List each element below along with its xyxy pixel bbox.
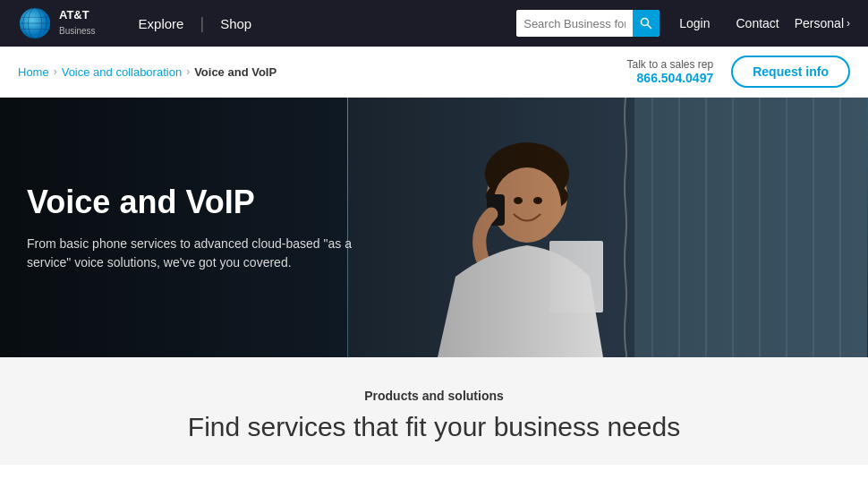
logo[interactable]: AT&T Business <box>18 6 96 40</box>
search-box <box>516 10 660 37</box>
search-icon <box>640 17 652 30</box>
contact-link[interactable]: Contact <box>725 16 789 30</box>
svg-line-7 <box>648 25 652 30</box>
products-title: Find services that fit your business nee… <box>18 412 850 442</box>
breadcrumb-right: Talk to a sales rep 866.504.0497 Request… <box>627 56 851 88</box>
nav-right: Login Contact Personal › <box>668 16 850 30</box>
breadcrumb-home[interactable]: Home <box>18 65 49 79</box>
breadcrumb-sep-1: › <box>54 65 57 78</box>
products-section: Products and solutions Find services tha… <box>0 357 868 465</box>
main-nav: AT&T Business Explore | Shop Login Conta… <box>0 0 868 47</box>
explore-link[interactable]: Explore <box>123 0 200 47</box>
personal-menu[interactable]: Personal › <box>795 16 850 30</box>
chevron-right-icon: › <box>847 17 850 30</box>
search-input[interactable] <box>516 10 633 37</box>
hero-title: Voice and VoIP <box>27 184 367 221</box>
shop-link[interactable]: Shop <box>204 0 268 47</box>
att-globe-icon <box>18 6 52 40</box>
sales-phone[interactable]: 866.504.0497 <box>627 71 714 85</box>
svg-point-6 <box>642 19 649 26</box>
hero-section: Voice and VoIP From basic phone services… <box>0 98 868 357</box>
nav-links: Explore | Shop <box>123 0 508 47</box>
sales-info: Talk to a sales rep 866.504.0497 <box>627 58 714 85</box>
request-info-button[interactable]: Request info <box>731 56 850 88</box>
products-label: Products and solutions <box>18 389 850 403</box>
breadcrumb-voice-collab[interactable]: Voice and collaboration <box>62 65 182 79</box>
breadcrumb-sep-2: › <box>186 65 190 78</box>
breadcrumb-current: Voice and VoIP <box>194 65 277 79</box>
breadcrumb: Home › Voice and collaboration › Voice a… <box>18 65 277 79</box>
hero-content: Voice and VoIP From basic phone services… <box>27 184 367 272</box>
logo-text: AT&T Business <box>59 9 96 38</box>
search-button[interactable] <box>633 10 660 37</box>
breadcrumb-bar: Home › Voice and collaboration › Voice a… <box>0 47 868 98</box>
sales-label: Talk to a sales rep <box>627 58 714 71</box>
hero-subtitle: From basic phone services to advanced cl… <box>27 235 367 272</box>
login-link[interactable]: Login <box>668 16 720 30</box>
